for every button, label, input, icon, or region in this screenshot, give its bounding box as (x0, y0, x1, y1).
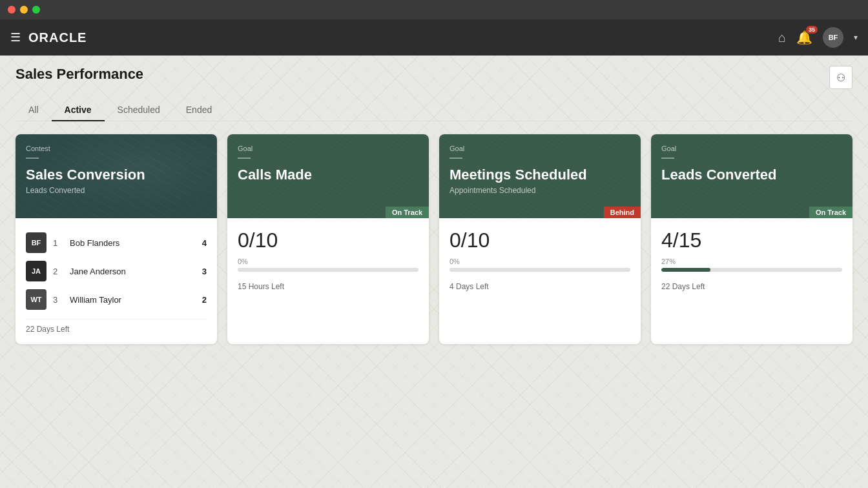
nav-right: ⌂ 🔔 35 BF ▾ (778, 27, 858, 48)
card-title-leads: Leads Converted (661, 167, 842, 183)
card-divider (26, 158, 39, 159)
card-leads: Goal Leads Converted On Track 4/15 27% 2… (651, 134, 852, 344)
leaderboard-row-1: BF 1 Bob Flanders 4 (26, 229, 207, 257)
name-ja: Jane Anderson (70, 267, 196, 276)
traffic-light-close[interactable] (8, 6, 16, 14)
metric-calls: 0/10 (238, 229, 418, 252)
home-icon: ⌂ (778, 30, 786, 45)
progress-section-leads: 4/15 27% 22 Days Left (651, 218, 852, 301)
card-title-meetings: Meetings Scheduled (450, 167, 630, 183)
card-divider-meetings (450, 158, 462, 159)
card-calls-made: Goal Calls Made On Track 0/10 0% 15 Hour… (227, 134, 429, 344)
card-title-calls: Calls Made (238, 167, 418, 183)
time-left-contest: 22 Days Left (26, 319, 207, 334)
name-bf: Bob Flanders (70, 238, 196, 248)
card-title-sales-conversion: Sales Conversion (26, 167, 207, 183)
rank-2: 2 (53, 267, 63, 276)
window-chrome (0, 0, 868, 19)
progress-label-meetings: 0% (450, 258, 630, 265)
user-avatar[interactable]: BF (823, 27, 843, 48)
card-header-calls-made: Goal Calls Made On Track (227, 134, 429, 218)
progress-label-calls: 0% (238, 258, 418, 265)
card-subtitle-meetings: Appointments Scheduled (450, 186, 630, 195)
progress-bar-calls (238, 268, 418, 272)
time-left-meetings: 4 Days Left (450, 282, 630, 291)
score-bf: 4 (202, 238, 207, 248)
progress-fill-leads (661, 268, 710, 272)
card-type-calls: Goal (238, 145, 418, 152)
top-nav: ☰ ORACLE ⌂ 🔔 35 BF ▾ (0, 19, 868, 56)
page-container: Sales Performance ⚇ All Active Scheduled… (0, 56, 868, 488)
notification-badge: 35 (806, 26, 818, 34)
link-icon: ⚇ (836, 72, 845, 84)
nav-chevron-icon: ▾ (854, 33, 858, 42)
rank-3: 3 (53, 295, 63, 305)
name-wt: William Taylor (70, 295, 196, 305)
leaderboard-row-3: WT 3 William Taylor 2 (26, 285, 207, 314)
tabs-bar: All Active Scheduled Ended (16, 99, 852, 121)
page-header: Sales Performance ⚇ (16, 66, 852, 89)
card-meetings: Goal Meetings Scheduled Appointments Sch… (439, 134, 641, 344)
traffic-light-maximize[interactable] (32, 6, 40, 14)
rank-1: 1 (53, 238, 63, 248)
leaderboard-row-2: JA 2 Jane Anderson 3 (26, 257, 207, 285)
card-header-meetings: Goal Meetings Scheduled Appointments Sch… (439, 134, 641, 218)
metric-meetings: 0/10 (450, 229, 630, 252)
tab-all[interactable]: All (16, 99, 52, 121)
card-subtitle-sales-conversion: Leads Converted (26, 186, 207, 195)
time-left-calls: 15 Hours Left (238, 282, 418, 291)
score-ja: 3 (202, 267, 207, 276)
score-wt: 2 (202, 295, 207, 305)
home-button[interactable]: ⌂ (778, 30, 786, 45)
card-type-label: Contest (26, 145, 207, 152)
card-type-meetings: Goal (450, 145, 630, 152)
progress-section-meetings: 0/10 0% 4 Days Left (439, 218, 641, 301)
tab-ended[interactable]: Ended (173, 99, 225, 121)
progress-bar-meetings (450, 268, 630, 272)
card-divider-calls (238, 158, 251, 159)
progress-bar-leads (661, 268, 842, 272)
nav-logo: ORACLE (28, 30, 778, 45)
status-badge-calls: On Track (386, 207, 429, 218)
tab-scheduled[interactable]: Scheduled (105, 99, 173, 121)
avatar-bf: BF (26, 232, 46, 253)
card-body-sales-conversion: BF 1 Bob Flanders 4 JA 2 Jane Anderson 3 (16, 218, 217, 344)
cards-grid: Contest Sales Conversion Leads Converted… (16, 134, 852, 344)
card-sales-conversion: Contest Sales Conversion Leads Converted… (16, 134, 217, 344)
metric-leads: 4/15 (661, 229, 842, 252)
avatar-ja: JA (26, 261, 46, 281)
card-header-sales-conversion: Contest Sales Conversion Leads Converted (16, 134, 217, 218)
time-left-leads: 22 Days Left (661, 282, 842, 291)
page-title: Sales Performance (16, 66, 143, 83)
notifications-button[interactable]: 🔔 35 (796, 30, 812, 45)
status-badge-leads: On Track (809, 207, 852, 218)
action-button[interactable]: ⚇ (829, 66, 852, 89)
status-badge-meetings: Behind (604, 207, 641, 218)
card-type-leads: Goal (661, 145, 842, 152)
progress-section-calls: 0/10 0% 15 Hours Left (227, 218, 429, 301)
card-divider-leads (661, 158, 674, 159)
traffic-light-minimize[interactable] (20, 6, 28, 14)
menu-icon[interactable]: ☰ (10, 30, 21, 45)
progress-label-leads: 27% (661, 258, 842, 265)
avatar-wt: WT (26, 289, 46, 310)
card-header-leads: Goal Leads Converted On Track (651, 134, 852, 218)
tab-active[interactable]: Active (52, 99, 105, 121)
